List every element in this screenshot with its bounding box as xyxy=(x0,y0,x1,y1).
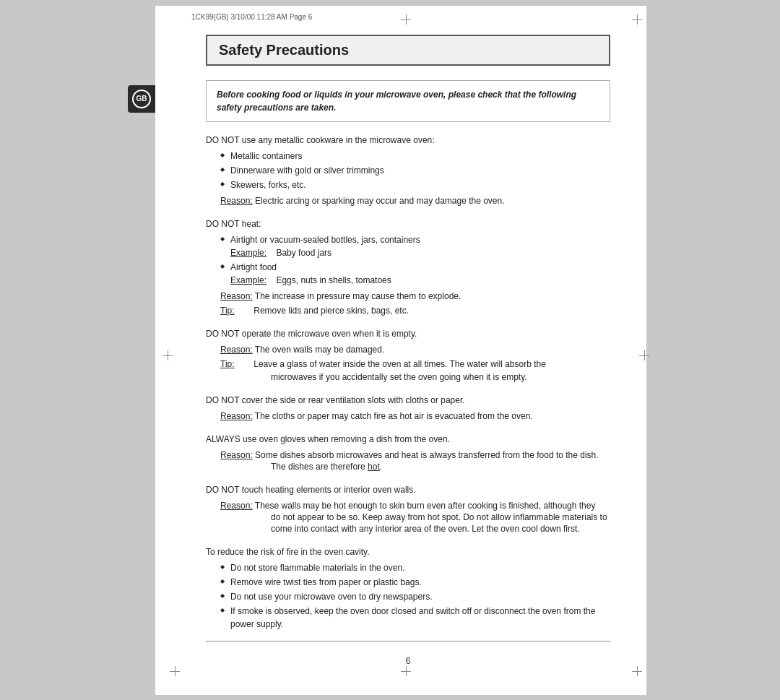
list-item: Remove wire twist ties from paper or pla… xyxy=(220,576,610,589)
file-meta: 1CK99(GB) 3/10/00 11:28 AM Page 6 xyxy=(191,13,312,21)
list-item: Dinnerware with gold or silver trimmings xyxy=(220,164,610,177)
section-heat: DO NOT heat: Airtight or vacuum-sealed b… xyxy=(206,217,610,317)
hot-text: The dishes are therefore hot. xyxy=(271,462,382,472)
section-metallic-main: DO NOT use any metallic cookware in the … xyxy=(206,134,610,147)
tip-heat-text: Remove lids and pierce skins, bags, etc. xyxy=(254,306,409,316)
reason-metallic: Reason: Electric arcing or sparking may … xyxy=(206,194,610,207)
section-empty-main: DO NOT operate the microwave oven when i… xyxy=(206,327,610,340)
gb-circle: GB xyxy=(132,90,151,108)
section-ventilation: DO NOT cover the side or rear ventilatio… xyxy=(206,394,610,423)
tip-heat: Tip: Remove lids and pierce skins, bags,… xyxy=(206,304,610,317)
list-item: Metallic containers xyxy=(220,150,610,163)
page-number-text: 6 xyxy=(406,656,411,666)
section-fire-risk: To reduce the risk of fire in the oven c… xyxy=(206,545,610,631)
section-heating-elements: DO NOT touch heating elements or interio… xyxy=(206,483,610,535)
example-label-2: Example: xyxy=(230,275,266,285)
section-metallic: DO NOT use any metallic cookware in the … xyxy=(206,134,610,207)
reason-heat-label: Reason: xyxy=(220,291,253,301)
reason-ventilation: Reason: The cloths or paper may catch fi… xyxy=(206,410,610,423)
reason-empty: Reason: The oven walls may be damaged. xyxy=(206,343,610,356)
file-info-text: 1CK99(GB) 3/10/00 11:28 AM Page 6 xyxy=(191,13,312,21)
section-heating-elements-main: DO NOT touch heating elements or interio… xyxy=(206,483,610,496)
section-ventilation-main: DO NOT cover the side or rear ventilatio… xyxy=(206,394,610,407)
intro-text: Before cooking food or liquids in your m… xyxy=(217,88,599,114)
section-empty: DO NOT operate the microwave oven when i… xyxy=(206,327,610,384)
section-heat-main: DO NOT heat: xyxy=(206,217,610,230)
list-item: Do not use your microwave oven to dry ne… xyxy=(220,590,610,603)
list-item: If smoke is observed, keep the oven door… xyxy=(220,605,610,631)
reason-heat: Reason: The increase in pressure may cau… xyxy=(206,290,610,303)
heat-bullet-list: Airtight or vacuum-sealed bottles, jars,… xyxy=(206,233,610,287)
title-box: Safety Precautions xyxy=(206,35,610,66)
list-item: Airtight food Example: Eggs, nuts in she… xyxy=(220,261,610,287)
section-fire-risk-main: To reduce the risk of fire in the oven c… xyxy=(206,545,610,558)
metallic-bullet-list: Metallic containers Dinnerware with gold… xyxy=(206,150,610,191)
section-gloves: ALWAYS use oven gloves when removing a d… xyxy=(206,433,610,473)
page-container: 1CK99(GB) 3/10/00 11:28 AM Page 6 GB Saf… xyxy=(155,6,646,695)
tip-empty: Tip: Leave a glass of water inside the o… xyxy=(206,358,610,384)
page-title: Safety Precautions xyxy=(219,42,597,59)
list-item: Airtight or vacuum-sealed bottles, jars,… xyxy=(220,233,610,259)
reason-heating-text: These walls may be hot enough to skin bu… xyxy=(220,501,610,535)
gb-tab: GB xyxy=(128,85,155,113)
reason-empty-text: The oven walls may be damaged. xyxy=(255,345,384,355)
tip-heat-label: Tip: xyxy=(220,306,235,316)
bottom-separator xyxy=(206,641,610,641)
reason-label: Reason: xyxy=(220,196,253,206)
fire-risk-bullet-list: Do not store flammable materials in the … xyxy=(206,561,610,631)
reason-heating-elements: Reason: These walls may be hot enough to… xyxy=(206,499,610,535)
tip-empty-text: Leave a glass of water inside the oven a… xyxy=(220,359,610,384)
gb-label: GB xyxy=(136,95,147,103)
list-item: Skewers, forks, etc. xyxy=(220,178,610,191)
section-gloves-main: ALWAYS use oven gloves when removing a d… xyxy=(206,433,610,446)
tip-empty-label: Tip: xyxy=(220,359,235,369)
reason-gloves-label: Reason: xyxy=(220,450,253,460)
reason-heat-text: The increase in pressure may cause them … xyxy=(255,291,461,301)
intro-box: Before cooking food or liquids in your m… xyxy=(206,80,610,122)
page-number: 6 xyxy=(206,656,610,666)
reason-ventilation-label: Reason: xyxy=(220,411,253,421)
reason-ventilation-text: The cloths or paper may catch fire as ho… xyxy=(255,411,533,421)
example-label-1: Example: xyxy=(230,248,266,258)
reason-heating-label: Reason: xyxy=(220,501,253,511)
reason-gloves: Reason: Some dishes absorb microwaves an… xyxy=(206,449,610,473)
reason-gloves-text: Some dishes absorb microwaves and heat i… xyxy=(220,450,610,473)
list-item: Do not store flammable materials in the … xyxy=(220,561,610,574)
reason-empty-label: Reason: xyxy=(220,345,253,355)
reason-metallic-text: Electric arcing or sparking may occur an… xyxy=(255,196,505,206)
